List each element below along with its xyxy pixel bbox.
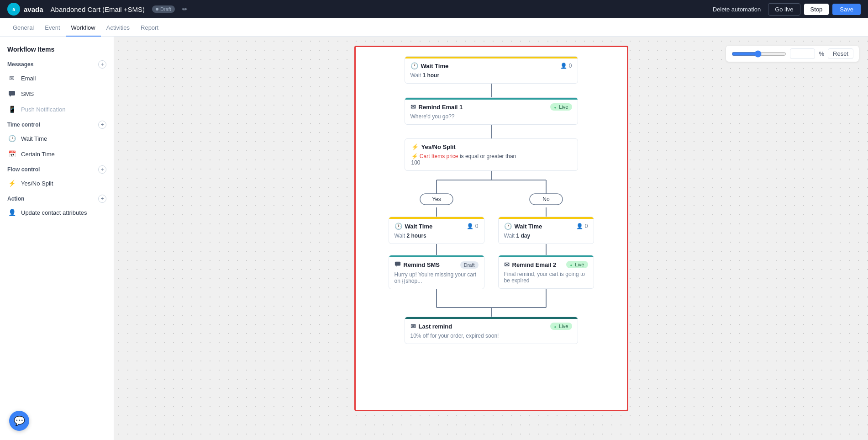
wait-time-yes-node[interactable]: 🕐 Wait Time 👤 0 Wait 2 hours — [389, 217, 484, 244]
split-icon: ⚡ — [411, 143, 419, 150]
sms-label: SMS — [21, 90, 34, 97]
remind-email-1-body: Where'd you go?? — [405, 112, 578, 124]
wait-time-1-user-count: 👤 0 — [560, 63, 572, 69]
email-icon: ✉ — [7, 74, 16, 83]
tab-general[interactable]: General — [7, 24, 39, 37]
remind-sms-title-row: Remind SMS — [395, 261, 440, 269]
sidebar-item-sms[interactable]: SMS — [0, 86, 114, 101]
remind-sms-title: Remind SMS — [404, 261, 440, 268]
sidebar-item-wait-time[interactable]: 🕐 Wait Time — [0, 131, 114, 146]
remind-email-2-icon: ✉ — [504, 261, 510, 268]
sidebar-item-certain-time[interactable]: 📅 Certain Time — [0, 146, 114, 162]
wait-time-no-bold: 1 day — [516, 233, 530, 239]
wait-time-1-node[interactable]: 🕐 Wait Time 👤 0 Wait 1 hour — [405, 56, 578, 84]
time-section-label: Time control — [7, 122, 40, 128]
zoom-slider[interactable] — [731, 50, 786, 58]
tab-workflow[interactable]: Workflow — [66, 24, 101, 37]
nav-actions: Delete automation Go live Stop Save — [709, 3, 861, 16]
branch-svg: Yes No — [382, 171, 601, 207]
wait-time-yes-users: 0 — [475, 223, 479, 229]
remind-email-1-badge: Live — [550, 103, 572, 111]
remind-email-2-title: Remind Email 2 — [512, 261, 557, 268]
wait-time-1-users: 0 — [569, 63, 572, 69]
add-flow-icon[interactable]: + — [98, 165, 106, 174]
wait-time-no-icon: 🕐 — [504, 223, 512, 230]
remind-sms-badge: Draft — [460, 261, 479, 269]
wait-time-yes-title: Wait Time — [405, 223, 433, 230]
canvas-area[interactable]: 100 % Reset 🕐 Wait Time — [114, 37, 868, 440]
tab-report[interactable]: Report — [135, 24, 164, 37]
branches: 🕐 Wait Time 👤 0 Wait 2 hours — [369, 207, 613, 289]
sms-icon — [7, 89, 16, 98]
sidebar-item-email[interactable]: ✉ Email — [0, 70, 114, 86]
split-condition-highlight: ⚡ Cart Items price — [411, 153, 458, 159]
yes-no-split-node[interactable]: ⚡ Yes/No Split ⚡ Cart Items price is equ… — [405, 138, 578, 171]
add-message-icon[interactable]: + — [98, 60, 106, 69]
svg-text:Yes: Yes — [432, 196, 441, 202]
top-nav: a avada Abandoned Cart (Email +SMS) Draf… — [0, 0, 868, 18]
edit-title-icon[interactable]: ✏ — [182, 5, 188, 13]
wait-time-1-title-row: 🕐 Wait Time — [410, 62, 449, 69]
tab-event[interactable]: Event — [39, 24, 65, 37]
wait-time-no-node[interactable]: 🕐 Wait Time 👤 0 Wait 1 day — [498, 217, 594, 244]
split-condition-value: 100 — [411, 159, 421, 166]
tabs-bar: General Event Workflow Activities Report — [0, 18, 868, 37]
add-action-icon[interactable]: + — [98, 195, 106, 203]
draft-badge: Draft — [152, 5, 175, 13]
remind-sms-node[interactable]: Remind SMS Draft Hurry up! You're missin… — [389, 255, 484, 289]
remind-email-1-icon: ✉ — [410, 103, 416, 111]
update-contact-label: Update contact attributes — [21, 209, 87, 216]
last-remind-node[interactable]: ✉ Last remind Live 10% off for your orde… — [405, 317, 578, 344]
wait-time-yes-user-count: 👤 0 — [467, 223, 479, 229]
save-button[interactable]: Save — [832, 4, 861, 15]
workflow-canvas: 🕐 Wait Time 👤 0 Wait 1 hour — [354, 46, 628, 439]
remind-email-2-header: ✉ Remind Email 2 Live — [499, 257, 594, 270]
delete-automation-button[interactable]: Delete automation — [709, 4, 765, 15]
branch-lines-container: Yes No — [369, 171, 613, 207]
last-remind-title-row: ✉ Last remind — [410, 323, 452, 330]
sidebar-section-flow-header: Flow control + — [0, 162, 114, 175]
zoom-value-input[interactable]: 100 — [790, 48, 815, 59]
svg-marker-13 — [395, 266, 397, 267]
wait-time-no-users: 0 — [585, 223, 588, 229]
tab-activities[interactable]: Activities — [101, 24, 135, 37]
svg-text:a: a — [12, 7, 15, 12]
add-time-icon[interactable]: + — [98, 121, 106, 129]
remind-email-2-title-row: ✉ Remind Email 2 — [504, 261, 557, 268]
go-live-button[interactable]: Go live — [768, 3, 800, 16]
remind-email-2-node[interactable]: ✉ Remind Email 2 Live Final remind, your… — [498, 255, 594, 289]
sidebar-item-yes-no-split[interactable]: ⚡ Yes/No Split — [0, 175, 114, 191]
chat-support-button[interactable]: 💬 — [9, 411, 29, 431]
wait-time-no-title-row: 🕐 Wait Time — [504, 223, 542, 230]
wait-time-1-header: 🕐 Wait Time 👤 0 — [405, 58, 578, 71]
remind-email-1-node[interactable]: ✉ Remind Email 1 Live Where'd you go?? — [405, 97, 578, 125]
wait-time-1-bold: 1 hour — [422, 72, 439, 79]
remind-sms-header: Remind SMS Draft — [389, 257, 484, 270]
user-count-yes-icon: 👤 — [467, 223, 473, 229]
last-remind-title: Last remind — [419, 323, 452, 330]
wait-time-no-user-count: 👤 0 — [576, 223, 588, 229]
zoom-controls: 100 % Reset — [726, 46, 859, 62]
last-remind-body: 10% off for your order, expired soon! — [405, 332, 578, 344]
last-remind-wrapper: ✉ Last remind Live 10% off for your orde… — [369, 317, 613, 344]
push-notification-label: Push Notification — [21, 106, 66, 113]
wait-time-1-icon: 🕐 — [410, 62, 418, 69]
last-remind-header: ✉ Last remind Live — [405, 319, 578, 332]
remind-email-1-wrapper: ✉ Remind Email 1 Live Where'd you go?? — [369, 97, 613, 138]
brand-name: avada — [24, 5, 43, 13]
wait-time-yes-header: 🕐 Wait Time 👤 0 — [389, 219, 484, 232]
sidebar: Workflow Items Messages + ✉ Email SMS 📱 … — [0, 37, 114, 440]
remind-email-2-text: Final remind, your cart is going to be e… — [504, 271, 585, 284]
last-remind-text: 10% off for your order, expired soon! — [410, 333, 499, 339]
update-contact-icon: 👤 — [7, 208, 16, 217]
workflow-container: 🕐 Wait Time 👤 0 Wait 1 hour — [354, 46, 628, 411]
yes-connector-top — [436, 207, 437, 217]
wait-time-no-header: 🕐 Wait Time 👤 0 — [499, 219, 594, 232]
remind-email-1-text: Where'd you go?? — [410, 113, 455, 120]
zoom-reset-button[interactable]: Reset — [828, 48, 853, 59]
yes-connector-mid — [436, 244, 437, 255]
sidebar-title: Workflow Items — [0, 42, 114, 57]
stop-button[interactable]: Stop — [804, 4, 829, 15]
merge-lines-container — [369, 289, 613, 317]
sidebar-item-update-contact[interactable]: 👤 Update contact attributes — [0, 205, 114, 220]
